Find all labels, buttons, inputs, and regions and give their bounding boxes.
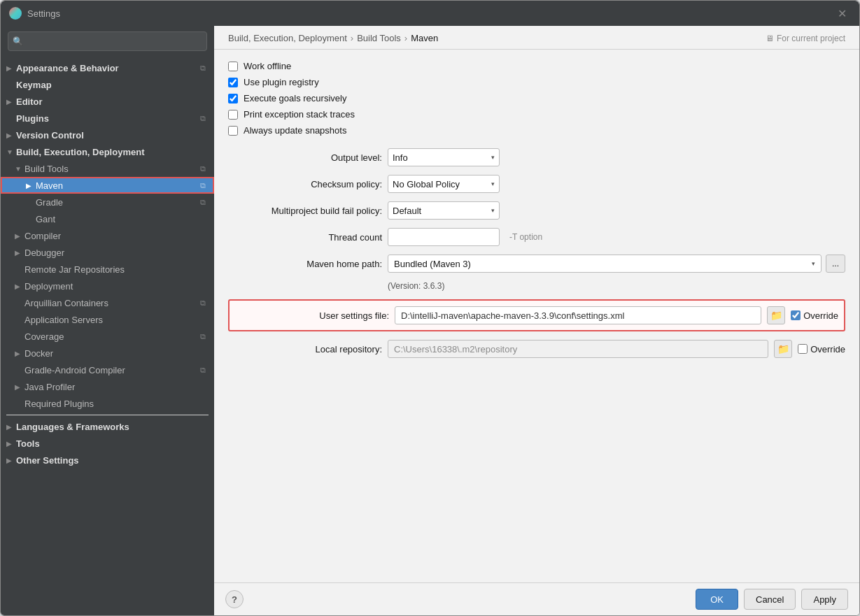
- sidebar-item-tools[interactable]: ▶ Tools: [1, 435, 214, 452]
- sidebar-item-java-profiler[interactable]: ▶ Java Profiler: [1, 378, 214, 395]
- sidebar-item-build-exec[interactable]: ▼ Build, Execution, Deployment: [1, 143, 214, 160]
- thread-count-input[interactable]: [388, 228, 500, 246]
- settings-dialog: Settings ✕ 🔍 ▶ Appearance & Behavior ⧉ K…: [0, 0, 860, 616]
- arrow-icon: ▼: [15, 165, 24, 173]
- output-level-value: Info: [393, 152, 487, 163]
- output-level-label: Output level:: [228, 152, 382, 163]
- output-level-row: Output level: Info ▾: [228, 148, 845, 166]
- cancel-button[interactable]: Cancel: [744, 589, 796, 610]
- sidebar-item-label: Gradle: [36, 197, 197, 208]
- sidebar-item-docker[interactable]: ▶ Docker: [1, 345, 214, 361]
- multiproject-policy-label: Multiproject build fail policy:: [228, 206, 382, 216]
- sidebar-item-required-plugins[interactable]: Required Plugins: [1, 395, 214, 412]
- sidebar-item-gradle[interactable]: Gradle ⧉: [1, 194, 214, 210]
- sidebar-item-build-tools[interactable]: ▼ Build Tools ⧉: [1, 160, 214, 177]
- copy-icon: ⧉: [197, 297, 209, 308]
- sidebar-item-label: Application Servers: [24, 315, 209, 325]
- checksum-policy-dropdown[interactable]: No Global Policy ▾: [388, 175, 500, 193]
- sidebar-item-debugger[interactable]: ▶ Debugger: [1, 244, 214, 261]
- sidebar-item-keymap[interactable]: Keymap: [1, 76, 214, 93]
- sidebar-item-languages[interactable]: ▶ Languages & Frameworks: [1, 418, 214, 435]
- multiproject-policy-dropdown[interactable]: Default ▾: [388, 201, 500, 220]
- breadcrumb-current: Maven: [411, 33, 438, 43]
- local-repo-browse-button[interactable]: 📁: [774, 340, 792, 358]
- sidebar-item-editor[interactable]: ▶ Editor: [1, 93, 214, 110]
- copy-icon: ⧉: [197, 196, 209, 208]
- settings-content: Work offline Use plugin registry Execute…: [214, 50, 859, 582]
- chevron-down-icon: ▾: [491, 180, 495, 187]
- thread-count-label: Thread count: [228, 232, 382, 243]
- sidebar-item-label: Deployment: [24, 281, 209, 292]
- local-repo-override-label: Override: [810, 344, 845, 354]
- title-bar: Settings ✕: [1, 1, 859, 26]
- chevron-down-icon: ▾: [491, 207, 495, 214]
- help-button[interactable]: ?: [225, 590, 244, 608]
- copy-icon: ⧉: [197, 113, 209, 124]
- always-update-checkbox[interactable]: [228, 126, 238, 136]
- arrow-icon: ▶: [6, 423, 16, 431]
- user-settings-override-checkbox[interactable]: [791, 310, 801, 320]
- checksum-policy-value: No Global Policy: [393, 179, 487, 189]
- user-settings-row: User settings file: 📁 Override: [235, 306, 838, 324]
- bottom-bar: ? OK Cancel Apply: [214, 582, 859, 615]
- local-repo-override-checkbox[interactable]: [798, 344, 808, 354]
- sidebar-item-coverage[interactable]: Coverage ⧉: [1, 328, 214, 345]
- sidebar-item-remote-jar[interactable]: Remote Jar Repositories: [1, 261, 214, 278]
- apply-button[interactable]: Apply: [801, 589, 848, 610]
- sidebar-item-app-servers[interactable]: Application Servers: [1, 311, 214, 328]
- user-settings-browse-button[interactable]: 📁: [767, 306, 785, 324]
- thread-count-row: Thread count -T option: [228, 228, 845, 246]
- search-box[interactable]: 🔍: [8, 31, 207, 51]
- breadcrumb-bar: Build, Execution, Deployment › Build Too…: [214, 26, 859, 50]
- breadcrumb-part1: Build, Execution, Deployment: [228, 33, 347, 43]
- sidebar-item-version-control[interactable]: ▶ Version Control: [1, 127, 214, 143]
- arrow-icon: ▶: [6, 98, 16, 106]
- sidebar-item-plugins[interactable]: Plugins ⧉: [1, 110, 214, 127]
- maven-home-browse-button[interactable]: ...: [826, 255, 845, 273]
- sidebar-item-label: Tools: [16, 438, 209, 449]
- always-update-label: Always update snapshots: [244, 125, 346, 136]
- local-repo-row: Local repository: 📁 Override: [228, 340, 845, 358]
- close-button[interactable]: ✕: [833, 6, 851, 22]
- use-plugin-registry-checkbox[interactable]: [228, 78, 238, 87]
- sidebar-item-other-settings[interactable]: ▶ Other Settings: [1, 452, 214, 468]
- work-offline-checkbox[interactable]: [228, 62, 238, 71]
- output-level-dropdown[interactable]: Info ▾: [388, 148, 500, 166]
- sidebar-item-label: Appearance & Behavior: [16, 63, 197, 73]
- copy-icon: ⧉: [197, 331, 209, 342]
- monitor-icon: 🖥: [766, 34, 774, 43]
- sidebar-item-arquillian[interactable]: Arquillian Containers ⧉: [1, 294, 214, 311]
- browse-label: ...: [832, 259, 839, 268]
- sidebar-item-label: Gant: [36, 214, 209, 224]
- search-input[interactable]: [26, 36, 202, 47]
- sidebar-item-label: Arquillian Containers: [24, 298, 197, 308]
- breadcrumb-part2: Build Tools: [357, 33, 401, 43]
- sidebar-item-appearance[interactable]: ▶ Appearance & Behavior ⧉: [1, 59, 214, 76]
- use-plugin-registry-label: Use plugin registry: [244, 77, 319, 87]
- sidebar-item-label: Gradle-Android Compiler: [24, 365, 197, 375]
- execute-goals-checkbox[interactable]: [228, 94, 238, 103]
- sidebar-tree: ▶ Appearance & Behavior ⧉ Keymap ▶ Edito…: [1, 57, 214, 615]
- sidebar-item-gradle-android[interactable]: Gradle-Android Compiler ⧉: [1, 361, 214, 378]
- sidebar-item-label: Build Tools: [24, 164, 197, 174]
- arrow-icon: ▶: [15, 249, 24, 257]
- user-settings-label: User settings file:: [235, 310, 389, 321]
- sidebar-item-deployment[interactable]: ▶ Deployment: [1, 278, 214, 294]
- local-repo-input[interactable]: [388, 340, 768, 358]
- multiproject-policy-row: Multiproject build fail policy: Default …: [228, 201, 845, 220]
- print-exception-checkbox[interactable]: [228, 110, 238, 120]
- sidebar-item-label: Version Control: [16, 130, 209, 141]
- print-exception-label: Print exception stack traces: [244, 109, 355, 120]
- sidebar-item-compiler[interactable]: ▶ Compiler: [1, 227, 214, 244]
- dialog-title: Settings: [27, 8, 833, 19]
- sidebar-item-gant[interactable]: Gant: [1, 210, 214, 227]
- arrow-icon: ▶: [15, 350, 24, 357]
- sidebar-item-maven[interactable]: ▶ Maven ⧉: [1, 177, 214, 194]
- sidebar-item-label: Languages & Frameworks: [16, 422, 209, 432]
- ok-button[interactable]: OK: [696, 589, 738, 610]
- maven-home-dropdown-arrow[interactable]: ▾: [812, 260, 815, 267]
- breadcrumb-sep1: ›: [351, 33, 353, 43]
- user-settings-input[interactable]: [395, 306, 761, 324]
- multiproject-policy-value: Default: [393, 206, 487, 216]
- execute-goals-row: Execute goals recursively: [228, 93, 845, 103]
